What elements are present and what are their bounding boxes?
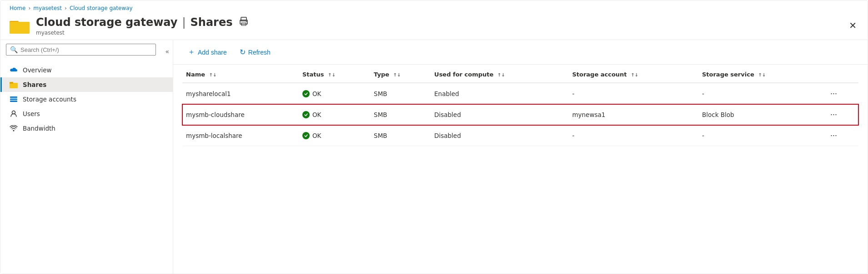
row-status: OK [299, 125, 370, 146]
col-status[interactable]: Status ↑↓ [299, 66, 370, 83]
row-more[interactable]: ··· [824, 104, 858, 125]
svg-rect-11 [10, 101, 17, 102]
add-icon: ＋ [188, 47, 195, 57]
status-ok-icon [302, 132, 310, 139]
col-storage-account[interactable]: Storage account ↑↓ [568, 66, 698, 83]
svg-rect-2 [10, 22, 30, 34]
wifi-icon [9, 125, 18, 132]
status-text: OK [312, 111, 321, 118]
breadcrumb-current: Cloud storage gateway [70, 5, 133, 11]
header-subtitle: myasetest [36, 30, 250, 36]
row-status: OK [299, 83, 370, 104]
breadcrumb-sep-1: › [28, 5, 30, 11]
body: 🔍 « Overview [0, 40, 868, 274]
sidebar-item-shares-label: Shares [23, 81, 46, 88]
folder-icon [10, 17, 30, 34]
refresh-icon: ↻ [240, 48, 246, 56]
status-text: OK [312, 90, 321, 97]
table-row[interactable]: mysharelocal1 OK SMB Enabled [182, 83, 858, 104]
row-storage-account: - [568, 83, 698, 104]
row-more[interactable]: ··· [824, 83, 858, 104]
col-type[interactable]: Type ↑↓ [370, 66, 431, 83]
sidebar-item-bandwidth[interactable]: Bandwidth [0, 121, 173, 136]
header-title-group: Cloud storage gateway | Shares myasetest [36, 15, 250, 36]
header-left: Cloud storage gateway | Shares myasetest [10, 15, 250, 36]
col-storage-service[interactable]: Storage service ↑↓ [698, 66, 824, 83]
breadcrumb-sep-2: › [65, 5, 67, 11]
cloud-icon [9, 67, 18, 73]
svg-rect-9 [10, 96, 17, 98]
sidebar-item-storage-accounts-label: Storage accounts [23, 96, 76, 103]
svg-rect-8 [10, 82, 13, 84]
row-status: OK [299, 104, 370, 125]
col-used-for-compute[interactable]: Used for compute ↑↓ [431, 66, 568, 83]
row-compute: Disabled [431, 125, 568, 146]
print-icon[interactable] [237, 15, 250, 30]
breadcrumb: Home › myasetest › Cloud storage gateway [0, 0, 868, 13]
svg-rect-3 [241, 17, 246, 21]
sidebar: 🔍 « Overview [0, 40, 173, 274]
collapse-sidebar-button[interactable]: « [161, 46, 173, 57]
row-type: SMB [370, 83, 431, 104]
more-options-button[interactable]: ··· [828, 130, 840, 141]
sidebar-item-overview[interactable]: Overview [0, 63, 173, 77]
more-options-button[interactable]: ··· [828, 88, 840, 99]
sidebar-item-storage-accounts[interactable]: Storage accounts [0, 92, 173, 107]
shares-table: Name ↑↓ Status ↑↓ Type ↑↓ Used for compu… [182, 66, 858, 146]
search-input[interactable] [20, 46, 152, 53]
row-compute: Enabled [431, 83, 568, 104]
main-content: ＋ Add share ↻ Refresh Name ↑↓ Status ↑↓ … [173, 40, 868, 274]
row-storage-service: - [698, 125, 824, 146]
row-storage-service: Block Blob [698, 104, 824, 125]
add-share-button[interactable]: ＋ Add share [182, 45, 232, 60]
row-type: SMB [370, 125, 431, 146]
col-name[interactable]: Name ↑↓ [182, 66, 299, 83]
breadcrumb-home[interactable]: Home [10, 5, 25, 11]
person-icon [9, 110, 18, 117]
refresh-label: Refresh [248, 49, 271, 56]
col-actions [824, 66, 858, 83]
sidebar-item-overview-label: Overview [23, 66, 52, 74]
row-more[interactable]: ··· [824, 125, 858, 146]
more-options-button[interactable]: ··· [828, 109, 840, 120]
status-text: OK [312, 132, 321, 139]
table-row[interactable]: mysmb-cloudshare OK SMB Disable [182, 104, 858, 125]
table-header: Name ↑↓ Status ↑↓ Type ↑↓ Used for compu… [182, 66, 858, 83]
sidebar-item-bandwidth-label: Bandwidth [23, 125, 55, 132]
svg-rect-10 [10, 99, 17, 100]
row-storage-service: - [698, 83, 824, 104]
breadcrumb-myasetest[interactable]: myasetest [33, 5, 62, 11]
toolbar: ＋ Add share ↻ Refresh [173, 40, 868, 65]
row-name: mysmb-cloudshare [182, 104, 299, 125]
row-compute: Disabled [431, 104, 568, 125]
sidebar-item-users-label: Users [23, 110, 40, 117]
search-icon: 🔍 [10, 46, 18, 53]
row-name: mysmb-localshare [182, 125, 299, 146]
row-storage-account: - [568, 125, 698, 146]
page-header: Cloud storage gateway | Shares myasetest [0, 13, 868, 40]
title-divider: | [182, 16, 186, 29]
table-container: Name ↑↓ Status ↑↓ Type ↑↓ Used for compu… [173, 65, 868, 274]
status-ok-icon [302, 111, 310, 118]
row-storage-account: mynewsa1 [568, 104, 698, 125]
title-text: Cloud storage gateway [36, 16, 177, 29]
status-ok-icon [302, 90, 310, 97]
section-text: Shares [191, 16, 233, 29]
row-name: mysharelocal1 [182, 83, 299, 104]
refresh-button[interactable]: ↻ Refresh [234, 45, 276, 59]
table-body: mysharelocal1 OK SMB Enabled [182, 83, 858, 146]
page-title: Cloud storage gateway | Shares [36, 15, 250, 30]
search-box[interactable]: 🔍 [6, 44, 156, 56]
table-row[interactable]: mysmb-localshare OK SMB Disable [182, 125, 858, 146]
svg-point-6 [246, 21, 247, 22]
row-type: SMB [370, 104, 431, 125]
sidebar-item-shares[interactable]: Shares [0, 77, 173, 92]
storage-accounts-icon [9, 96, 18, 102]
add-share-label: Add share [198, 49, 227, 56]
shares-folder-icon [9, 81, 18, 88]
sidebar-item-users[interactable]: Users [0, 107, 173, 121]
close-icon[interactable]: ✕ [847, 18, 858, 33]
